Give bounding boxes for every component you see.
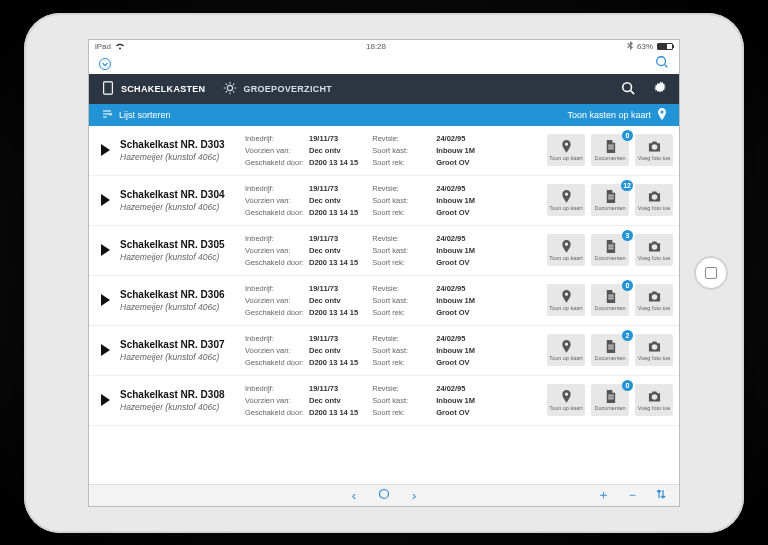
tab-label: GROEPOVERZICHT [243, 84, 332, 94]
app-chrome [89, 54, 679, 74]
add-photo-button[interactable]: Voeg foto toe [635, 234, 673, 266]
svg-rect-16 [608, 298, 614, 299]
camera-icon [648, 390, 661, 405]
row-title: Schakelkast NR. D304 [120, 189, 245, 200]
svg-rect-18 [608, 346, 614, 347]
row-title: Schakelkast NR. D308 [120, 389, 245, 400]
documents-button[interactable]: 2Documenten [591, 334, 629, 366]
show-on-map-button[interactable]: Toon op kaart [547, 384, 585, 416]
document-icon [604, 290, 617, 305]
expand-icon[interactable] [101, 194, 110, 206]
row-details: Inbedrijf:19/11/73Voorzien van:Dec ontvG… [245, 184, 541, 217]
show-on-map-button[interactable]: Toon op kaart [547, 284, 585, 316]
home-icon[interactable] [378, 488, 390, 503]
svg-rect-12 [608, 246, 614, 247]
pin-icon [560, 190, 573, 205]
document-icon [604, 340, 617, 355]
svg-rect-13 [608, 248, 614, 249]
status-bar: iPad 18:28 63% [89, 40, 679, 54]
prev-icon[interactable]: ‹ [352, 488, 356, 503]
gear-icon[interactable] [653, 81, 667, 97]
expand-icon[interactable] [101, 144, 110, 156]
add-photo-button[interactable]: Voeg foto toe [635, 184, 673, 216]
row-title-block: Schakelkast NR. D305Hazemeijer (kunstof … [120, 239, 245, 262]
document-icon [604, 140, 617, 155]
documents-button[interactable]: 0Documenten [591, 134, 629, 166]
add-photo-button[interactable]: Voeg foto toe [635, 134, 673, 166]
row-title-block: Schakelkast NR. D307Hazemeijer (kunstof … [120, 339, 245, 362]
add-photo-button[interactable]: Voeg foto toe [635, 334, 673, 366]
map-label: Toon kasten op kaart [567, 110, 651, 120]
tab-bar: SCHAKELKASTEN GROEPOVERZICHT [89, 74, 679, 104]
svg-point-23 [380, 489, 389, 498]
show-on-map-button[interactable]: Toon op kaart [547, 134, 585, 166]
row-title: Schakelkast NR. D306 [120, 289, 245, 300]
row-subtitle: Hazemeijer (kunstof 406c) [120, 152, 245, 162]
svg-rect-17 [608, 344, 614, 345]
table-row[interactable]: Schakelkast NR. D305Hazemeijer (kunstof … [89, 226, 679, 276]
tab-groepoverzicht[interactable]: GROEPOVERZICHT [223, 81, 332, 97]
docs-badge: 3 [622, 230, 633, 241]
pin-icon [560, 140, 573, 155]
add-icon[interactable]: ＋ [597, 486, 610, 504]
list[interactable]: Schakelkast NR. D303Hazemeijer (kunstof … [89, 126, 679, 484]
show-on-map-button[interactable]: Toon kasten op kaart [567, 108, 667, 122]
row-details: Inbedrijf:19/11/73Voorzien van:Dec ontvG… [245, 384, 541, 417]
documents-button[interactable]: 3Documenten [591, 234, 629, 266]
expand-icon[interactable] [101, 344, 110, 356]
table-row[interactable]: Schakelkast NR. D308Hazemeijer (kunstof … [89, 376, 679, 426]
reorder-icon[interactable] [655, 488, 667, 503]
svg-point-2 [228, 85, 233, 90]
row-subtitle: Hazemeijer (kunstof 406c) [120, 352, 245, 362]
row-title: Schakelkast NR. D305 [120, 239, 245, 250]
svg-point-3 [623, 82, 632, 91]
search-icon[interactable] [621, 81, 635, 97]
row-details: Inbedrijf:19/11/73Voorzien van:Dec ontvG… [245, 284, 541, 317]
pin-icon [560, 240, 573, 255]
row-subtitle: Hazemeijer (kunstof 406c) [120, 302, 245, 312]
panel-icon [101, 81, 115, 97]
camera-icon [648, 340, 661, 355]
docs-badge: 0 [622, 380, 633, 391]
show-on-map-button[interactable]: Toon op kaart [547, 234, 585, 266]
next-icon[interactable]: › [412, 488, 416, 503]
refresh-icon[interactable] [99, 58, 111, 70]
svg-rect-20 [608, 394, 614, 395]
expand-icon[interactable] [101, 394, 110, 406]
svg-rect-6 [608, 146, 614, 147]
bottom-toolbar: ‹ › ＋ － [89, 484, 679, 506]
expand-icon[interactable] [101, 244, 110, 256]
svg-rect-7 [608, 148, 614, 149]
row-subtitle: Hazemeijer (kunstof 406c) [120, 252, 245, 262]
row-title-block: Schakelkast NR. D308Hazemeijer (kunstof … [120, 389, 245, 412]
documents-button[interactable]: 0Documenten [591, 284, 629, 316]
table-row[interactable]: Schakelkast NR. D307Hazemeijer (kunstof … [89, 326, 679, 376]
tab-label: SCHAKELKASTEN [121, 84, 205, 94]
table-row[interactable]: Schakelkast NR. D306Hazemeijer (kunstof … [89, 276, 679, 326]
expand-icon[interactable] [101, 294, 110, 306]
search-icon[interactable] [655, 55, 669, 73]
tab-schakelkasten[interactable]: SCHAKELKASTEN [101, 81, 205, 97]
add-photo-button[interactable]: Voeg foto toe [635, 284, 673, 316]
row-details: Inbedrijf:19/11/73Voorzien van:Dec ontvG… [245, 234, 541, 267]
sort-label: Lijst sorteren [119, 110, 171, 120]
svg-point-0 [657, 56, 666, 65]
documents-button[interactable]: 12Documenten [591, 184, 629, 216]
table-row[interactable]: Schakelkast NR. D303Hazemeijer (kunstof … [89, 126, 679, 176]
documents-button[interactable]: 0Documenten [591, 384, 629, 416]
pin-icon [560, 290, 573, 305]
show-on-map-button[interactable]: Toon op kaart [547, 184, 585, 216]
table-row[interactable]: Schakelkast NR. D304Hazemeijer (kunstof … [89, 176, 679, 226]
home-button[interactable] [694, 256, 728, 290]
sort-button[interactable]: Lijst sorteren [101, 108, 171, 122]
docs-badge: 0 [622, 130, 633, 141]
svg-rect-22 [608, 398, 614, 399]
battery-icon [657, 43, 673, 50]
show-on-map-button[interactable]: Toon op kaart [547, 334, 585, 366]
gear-small-icon [223, 81, 237, 97]
camera-icon [648, 290, 661, 305]
remove-icon[interactable]: － [626, 486, 639, 504]
svg-rect-1 [104, 81, 113, 93]
add-photo-button[interactable]: Voeg foto toe [635, 384, 673, 416]
document-icon [604, 390, 617, 405]
